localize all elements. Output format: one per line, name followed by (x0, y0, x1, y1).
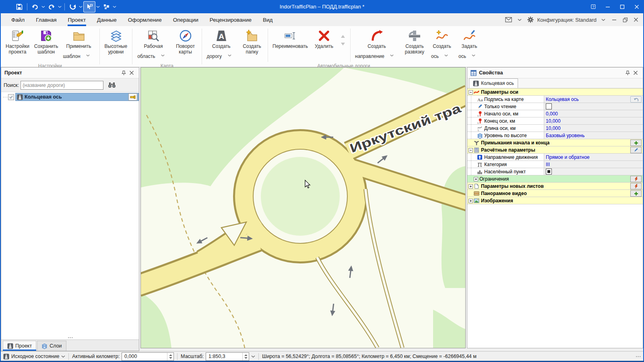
save-template-button[interactable]: Сохранитьшаблон (32, 27, 61, 55)
height-levels-button[interactable]: Высотныеуровни (102, 27, 130, 55)
panels-button[interactable] (101, 2, 112, 12)
prop-group-calc-params[interactable]: Расчётные параметры (467, 146, 643, 154)
property-value[interactable]: 10,000 (544, 125, 643, 132)
close-ribbon-icon[interactable] (632, 15, 640, 25)
prop-group-axis-params[interactable]: Параметры оси (467, 88, 643, 96)
active-km-value[interactable]: 0,000 (122, 353, 167, 360)
rename-button[interactable]: Переименовать (270, 27, 310, 49)
expand-icon[interactable] (469, 199, 473, 203)
undo-button[interactable] (29, 2, 41, 12)
project-settings-button[interactable]: Настройкипроекта (3, 27, 32, 55)
rotate-button[interactable] (67, 2, 78, 12)
prop-group-panoramic-video[interactable]: Панорамное видео (467, 190, 643, 197)
chevron-down-icon[interactable] (599, 15, 607, 25)
prop-height-level[interactable]: Уровень по высотеБазовый уровень (467, 132, 643, 139)
save-button[interactable] (14, 2, 25, 12)
recalculate-button[interactable] (630, 176, 642, 182)
menu-tab-6[interactable]: Рецензирование (204, 13, 257, 26)
collapse-icon[interactable] (469, 148, 473, 152)
apply-template-button[interactable]: Применитьшаблон (60, 27, 97, 63)
work-area-button[interactable]: Рабочаяобласть (135, 27, 171, 63)
create-direction-button[interactable]: Создатьнаправление (353, 27, 401, 63)
resize-grip[interactable] (636, 356, 641, 358)
prop-group-new-sheets[interactable]: Параметры новых листов (467, 183, 643, 190)
create-folder-button[interactable]: Создатьпапку (238, 27, 266, 55)
tree-item-checkbox[interactable] (8, 94, 14, 100)
recalculate-button[interactable] (630, 183, 642, 189)
collapse-icon[interactable] (469, 90, 473, 95)
checkbox-unchecked[interactable] (546, 103, 552, 109)
chevron-down-icon[interactable] (96, 6, 100, 8)
tree-item-selected[interactable]: Кольцевая ось (15, 93, 139, 101)
map-rotation-button[interactable]: Повороткарты (172, 27, 199, 55)
edit-button[interactable] (630, 147, 642, 153)
active-km-spinner[interactable]: 0,000 (122, 352, 174, 361)
prop-axis-end[interactable]: 0,Конец оси, км10,000 (467, 117, 643, 125)
property-value[interactable]: III (544, 161, 643, 168)
menu-tab-5[interactable]: Операции (167, 13, 204, 26)
menu-tab-0[interactable]: Файл (6, 13, 30, 26)
minimize-button[interactable] (601, 0, 615, 13)
scale-value[interactable]: 1:850,3 (206, 353, 242, 360)
prop-axis-length[interactable]: LДлина оси, км10,000 (467, 125, 643, 132)
scale-spinner[interactable]: 1:850,3 (206, 352, 249, 361)
prop-category[interactable]: КатегорияIII (467, 161, 643, 168)
configuration-label[interactable]: Конфигурация: Standard (537, 17, 597, 23)
indeterminate-checkbox[interactable] (546, 169, 552, 175)
menu-tab-3[interactable]: Данные (91, 13, 122, 26)
gear-icon[interactable] (526, 15, 535, 25)
chevron-down-icon[interactable] (41, 6, 45, 8)
property-value[interactable] (544, 103, 643, 110)
close-icon[interactable] (632, 69, 640, 77)
map-viewport[interactable]: Иркутский тра (140, 67, 466, 348)
minimize-ribbon-icon[interactable] (610, 15, 618, 25)
panel-tab-layers[interactable]: Слои (37, 341, 66, 351)
redo-button[interactable] (46, 2, 57, 12)
create-axis-button[interactable]: Создатьось (428, 27, 456, 63)
close-button[interactable] (630, 0, 644, 13)
pin-icon[interactable] (623, 69, 632, 77)
chevron-down-icon[interactable] (251, 355, 255, 358)
prop-group-junctions[interactable]: Примыкания начала и конца (467, 139, 643, 146)
property-value[interactable]: Базовый уровень (544, 132, 643, 139)
undo-button[interactable] (630, 96, 642, 103)
prop-read-only[interactable]: Только чтение (467, 103, 643, 110)
property-value[interactable]: 0,000 (544, 110, 643, 117)
delete-button[interactable]: Удалить (310, 27, 338, 49)
menu-tab-2[interactable]: Проект (62, 13, 91, 26)
close-icon[interactable] (128, 69, 136, 77)
expand-icon[interactable] (474, 177, 478, 181)
restore-ribbon-icon[interactable] (621, 15, 629, 25)
binoculars-icon[interactable] (107, 80, 117, 90)
move-down-button[interactable] (339, 41, 347, 47)
pin-icon[interactable] (120, 69, 128, 77)
property-value[interactable]: Прямое и обратное (544, 154, 643, 160)
spinner-arrows[interactable] (167, 353, 173, 360)
set-axis-button[interactable]: Задатьось (456, 27, 483, 63)
tree-row-ring-axis[interactable]: Кольцевая ось (1, 93, 139, 101)
prop-axis-start[interactable]: 0,Начало оси, км0,000 (467, 110, 643, 117)
menu-tab-1[interactable]: Главная (30, 13, 62, 26)
chevron-down-icon[interactable] (113, 6, 116, 8)
state-selector[interactable]: Исходное состояние (0, 354, 68, 360)
expand-icon[interactable] (469, 184, 473, 189)
mail-icon[interactable] (505, 15, 513, 25)
prop-traffic-direction[interactable]: Направление движенияПрямое и обратное (467, 154, 643, 161)
add-button[interactable] (630, 190, 642, 197)
create-interchange-button[interactable]: Создатьразвязку (401, 27, 428, 55)
kilometer-post-icon[interactable] (128, 93, 137, 101)
prop-group-images[interactable]: Изображения (467, 197, 643, 204)
menu-tab-4[interactable]: Оформление (122, 13, 167, 26)
chevron-down-icon[interactable] (79, 6, 83, 8)
chevron-down-icon[interactable] (516, 15, 524, 25)
search-input[interactable] (21, 81, 103, 90)
move-up-button[interactable] (339, 33, 347, 39)
chevron-down-icon[interactable] (58, 6, 62, 8)
prop-settlement[interactable]: Населённый пункт (467, 168, 643, 175)
property-value[interactable]: Кольцевая ось (544, 96, 643, 103)
panel-tab-project[interactable]: Проект (3, 341, 36, 351)
property-value[interactable] (544, 168, 643, 175)
help-button[interactable]: ? (586, 0, 601, 13)
prop-group-restrictions[interactable]: Ограничения (467, 175, 643, 183)
properties-tab-ring-axis[interactable]: Кольцевая ось (469, 78, 518, 88)
